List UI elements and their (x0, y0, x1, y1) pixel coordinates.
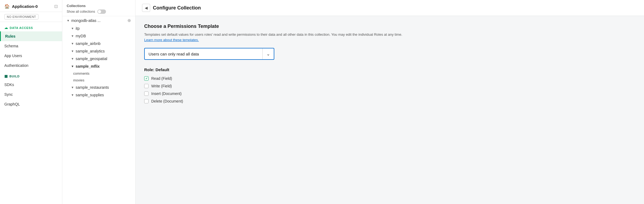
db-name: sample_analytics (76, 49, 105, 53)
sidebar-item-graphql[interactable]: GraphQL (0, 99, 62, 109)
show-all-collections-label: Show all collections (67, 10, 95, 14)
db-sample-geospatial[interactable]: ▼ sample_geospatial (62, 55, 135, 62)
home-icon: 🏠 (4, 4, 10, 9)
back-arrow-icon: ◀ (145, 6, 148, 10)
configure-header: ◀ Configure Collection (136, 0, 644, 16)
db-name: itp (76, 26, 80, 31)
app-title: Application-0 (12, 4, 38, 9)
copy-icon[interactable]: ⊡ (54, 4, 58, 9)
add-collection-icon[interactable]: ⊕ (127, 18, 131, 23)
configure-body: Choose a Permissions Template Templates … (136, 16, 644, 114)
main-content: ◀ Configure Collection Choose a Permissi… (136, 0, 644, 204)
insert-document-label: Insert (Document) (151, 91, 182, 96)
collection-movies[interactable]: movies (62, 77, 135, 84)
chevron-right-icon: ▼ (71, 57, 74, 60)
learn-more-link[interactable]: Learn more about these templates. (144, 38, 199, 42)
role-section-title: Role: Default (144, 67, 635, 72)
write-field-checkbox[interactable] (144, 84, 149, 88)
sidebar-item-authentication[interactable]: Authentication (0, 61, 62, 70)
back-button[interactable]: ◀ (142, 4, 150, 12)
dropdown-arrow-icon[interactable]: ⌄ (263, 49, 274, 59)
show-all-toggle[interactable] (97, 9, 106, 14)
sidebar: 🏠 Application-0 ⊡ NO ENVIRONMENT ☁ DATA … (0, 0, 62, 204)
collections-panel: Collections Show all collections ▼ mongo… (62, 0, 136, 204)
db-name: sample_mflix (76, 64, 100, 68)
chevron-right-icon: ▼ (71, 27, 74, 30)
db-name: myDB (76, 34, 86, 38)
db-name: sample_airbnb (76, 41, 101, 46)
read-field-checkbox[interactable] (144, 76, 149, 81)
chevron-down-icon: ▼ (71, 65, 74, 68)
db-name: sample_geospatial (76, 57, 107, 61)
build-section-label: ▦ BUILD (0, 70, 62, 80)
build-icon: ▦ (4, 74, 8, 78)
db-mongodb-atlas[interactable]: ▼ mongodb-atlas ... ⊕ (62, 16, 135, 25)
collection-name: movies (73, 78, 84, 82)
db-sample-analytics[interactable]: ▼ sample_analytics (62, 47, 135, 55)
data-access-section-label: ☁ DATA ACCESS (0, 22, 62, 31)
chevron-right-icon: ▼ (71, 50, 74, 53)
db-name: sample_supplies (76, 93, 104, 97)
cloud-icon: ☁ (4, 26, 8, 30)
sidebar-header: 🏠 Application-0 ⊡ (0, 0, 62, 12)
db-itp[interactable]: ▼ itp (62, 25, 135, 32)
db-sample-supplies[interactable]: ▼ sample_supplies (62, 91, 135, 99)
role-item-delete-document: Delete (Document) (144, 99, 635, 103)
db-mydb[interactable]: ▼ myDB (62, 32, 135, 40)
sidebar-env: NO ENVIRONMENT (0, 12, 62, 22)
delete-document-label: Delete (Document) (151, 99, 183, 103)
permissions-dropdown[interactable]: Users can only read all data ⌄ (144, 48, 274, 60)
sidebar-item-sync[interactable]: Sync (0, 90, 62, 99)
chevron-right-icon: ▼ (71, 34, 74, 38)
chevron-right-icon: ▼ (71, 42, 74, 45)
chevron-right-icon: ▼ (71, 93, 74, 97)
db-sample-mflix[interactable]: ▼ sample_mflix (62, 62, 135, 70)
insert-document-checkbox[interactable] (144, 91, 149, 96)
chevron-right-icon: ▼ (71, 86, 74, 89)
collections-title: Collections (67, 4, 131, 8)
collection-name: comments (73, 71, 89, 75)
role-item-insert-document: Insert (Document) (144, 91, 635, 96)
configure-collection-title: Configure Collection (153, 5, 201, 11)
delete-document-checkbox[interactable] (144, 99, 149, 103)
db-name: mongodb-atlas ... (71, 18, 101, 23)
db-sample-airbnb[interactable]: ▼ sample_airbnb (62, 40, 135, 47)
collections-header: Collections Show all collections (62, 0, 135, 16)
role-item-read-field: Read (Field) (144, 76, 635, 81)
sidebar-item-sdks[interactable]: SDKs (0, 80, 62, 90)
selected-template-text: Users can only read all data (145, 49, 262, 59)
sidebar-item-app-users[interactable]: App Users (0, 51, 62, 61)
collection-comments[interactable]: comments (62, 70, 135, 77)
permissions-heading: Choose a Permissions Template (144, 24, 635, 29)
db-name: sample_restaurants (76, 85, 109, 90)
environment-badge[interactable]: NO ENVIRONMENT (4, 14, 38, 19)
sidebar-item-schema[interactable]: Schema (0, 41, 62, 51)
read-field-label: Read (Field) (151, 76, 172, 81)
show-all-collections-row: Show all collections (67, 9, 131, 14)
db-sample-restaurants[interactable]: ▼ sample_restaurants (62, 84, 135, 91)
role-item-write-field: Write (Field) (144, 84, 635, 88)
chevron-down-icon: ▼ (67, 19, 70, 22)
write-field-label: Write (Field) (151, 84, 172, 88)
permissions-description: Templates set default values for users r… (144, 32, 410, 42)
sidebar-item-rules[interactable]: Rules (0, 31, 62, 41)
